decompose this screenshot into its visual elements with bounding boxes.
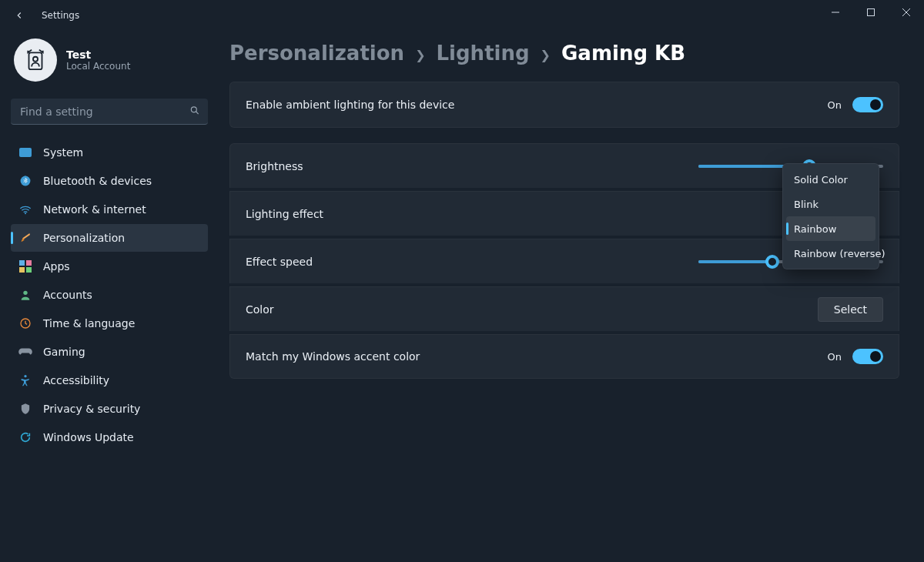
toggle-state-label: On (828, 351, 842, 363)
enable-lighting-toggle[interactable]: On (828, 97, 883, 112)
toggle-state-label: On (828, 99, 842, 111)
privacy-icon (18, 402, 32, 416)
select-color-button[interactable]: Select (818, 297, 883, 322)
sidebar-item-bluetooth[interactable]: Bluetooth & devices (11, 167, 208, 195)
toggle-switch[interactable] (852, 349, 883, 364)
profile-name: Test (66, 49, 130, 61)
back-button[interactable] (12, 8, 26, 22)
personalization-icon (18, 231, 32, 245)
sidebar-item-accounts[interactable]: Accounts (11, 281, 208, 309)
sidebar-item-apps[interactable]: Apps (11, 253, 208, 280)
dropdown-option-solid-color[interactable]: Solid Color (786, 167, 875, 192)
toggle-switch[interactable] (852, 97, 883, 112)
breadcrumb: Personalization ❯ Lighting ❯ Gaming KB (229, 42, 899, 65)
sidebar-item-gaming[interactable]: Gaming (11, 338, 208, 366)
sidebar-item-label: Accessibility (43, 374, 109, 386)
lighting-effect-label: Lighting effect (246, 208, 430, 220)
chevron-right-icon: ❯ (415, 45, 425, 62)
match-accent-label: Match my Windows accent color (246, 350, 420, 363)
sidebar-item-privacy[interactable]: Privacy & security (11, 395, 208, 423)
search-input[interactable] (20, 105, 182, 118)
breadcrumb-personalization[interactable]: Personalization (229, 42, 404, 65)
match-accent-row: Match my Windows accent color On (229, 334, 899, 379)
main-content: Personalization ❯ Lighting ❯ Gaming KB E… (216, 31, 924, 562)
color-label: Color (246, 303, 430, 316)
match-accent-toggle[interactable]: On (828, 349, 883, 364)
color-row: Color Select (229, 286, 899, 331)
gaming-icon (18, 345, 32, 359)
accessibility-icon (18, 373, 32, 387)
sidebar-item-label: Gaming (43, 346, 85, 358)
lighting-effect-dropdown[interactable]: Solid Color Blink Rainbow Rainbow (rever… (782, 163, 879, 269)
sidebar-item-system[interactable]: System (11, 139, 208, 166)
enable-lighting-row: Enable ambient lighting for this device … (229, 82, 899, 128)
svg-rect-10 (19, 260, 25, 266)
sidebar-item-label: Apps (43, 260, 70, 273)
dropdown-option-blink[interactable]: Blink (786, 192, 875, 216)
svg-rect-11 (26, 260, 32, 266)
titlebar: Settings (0, 0, 924, 31)
sidebar-item-label: Time & language (43, 317, 135, 330)
profile-block[interactable]: Test Local Account (11, 38, 208, 89)
svg-rect-12 (19, 267, 25, 273)
brightness-label: Brightness (246, 160, 430, 172)
sidebar-item-accessibility[interactable]: Accessibility (11, 366, 208, 394)
sidebar-item-network[interactable]: Network & internet (11, 196, 208, 223)
dropdown-option-rainbow-reverse[interactable]: Rainbow (reverse) (786, 241, 875, 266)
svg-rect-13 (26, 267, 32, 273)
windows-update-icon (18, 430, 32, 444)
close-button[interactable] (889, 0, 924, 25)
svg-point-6 (191, 106, 196, 112)
enable-lighting-label: Enable ambient lighting for this device (246, 99, 454, 111)
search-icon (189, 105, 200, 118)
sidebar-item-label: Bluetooth & devices (43, 175, 152, 187)
sidebar-item-windows-update[interactable]: Windows Update (11, 423, 208, 451)
sidebar-item-personalization[interactable]: Personalization (11, 224, 208, 252)
sidebar-item-time-language[interactable]: Time & language (11, 309, 208, 337)
sidebar-item-label: Accounts (43, 289, 92, 301)
time-language-icon (18, 316, 32, 330)
sidebar-item-label: Windows Update (43, 431, 134, 443)
svg-point-16 (24, 375, 26, 377)
breadcrumb-current: Gaming KB (561, 42, 685, 65)
avatar (14, 38, 57, 82)
system-icon (18, 146, 32, 159)
window-title: Settings (42, 10, 79, 21)
svg-point-14 (23, 291, 27, 295)
minimize-button[interactable] (818, 0, 853, 25)
dropdown-option-rainbow[interactable]: Rainbow (786, 216, 875, 241)
sidebar-item-label: Personalization (43, 232, 125, 244)
svg-line-7 (196, 111, 198, 113)
sidebar-item-label: System (43, 146, 83, 159)
bluetooth-icon (18, 174, 32, 188)
maximize-button[interactable] (853, 0, 889, 25)
accounts-icon (18, 288, 32, 302)
profile-subtitle: Local Account (66, 61, 130, 72)
svg-point-9 (25, 212, 26, 214)
nav-list: System Bluetooth & devices Network & int… (11, 139, 208, 451)
sidebar-item-label: Privacy & security (43, 403, 140, 415)
sidebar-item-label: Network & internet (43, 203, 146, 216)
svg-rect-1 (868, 9, 875, 16)
svg-point-5 (33, 57, 38, 62)
chevron-right-icon: ❯ (541, 45, 551, 62)
network-icon (18, 202, 32, 216)
effect-speed-label: Effect speed (246, 256, 430, 268)
sidebar: Test Local Account System Bluetooth & de… (0, 31, 216, 562)
window-controls (818, 0, 924, 25)
search-box[interactable] (11, 99, 208, 125)
apps-icon (18, 259, 32, 273)
breadcrumb-lighting[interactable]: Lighting (437, 42, 530, 65)
